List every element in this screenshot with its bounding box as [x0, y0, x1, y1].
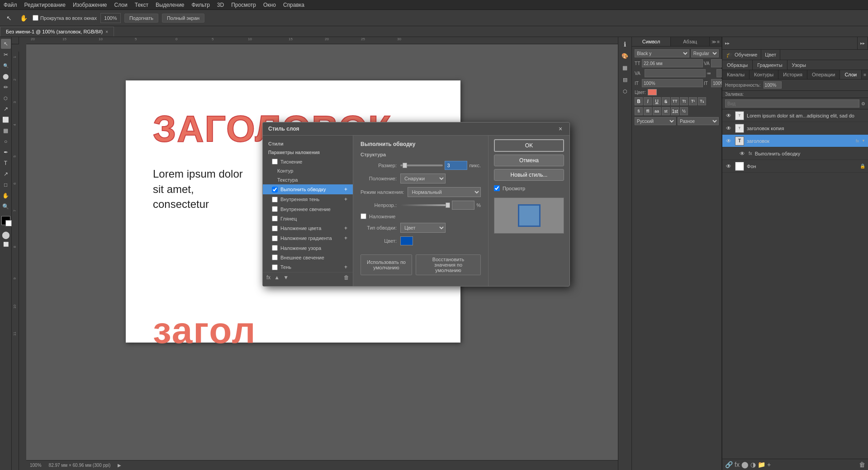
- history-brush[interactable]: ↗: [1, 104, 11, 114]
- new-style-button[interactable]: Новый стиль...: [494, 169, 564, 181]
- vertical-scale-input[interactable]: [642, 79, 703, 87]
- shape-tool[interactable]: □: [1, 180, 11, 190]
- layer-visibility-kopiya[interactable]: 👁: [725, 125, 732, 132]
- pen-tool[interactable]: ✒: [1, 147, 11, 157]
- sup-st-button[interactable]: 1st: [671, 107, 679, 115]
- language-select[interactable]: Русский: [635, 117, 676, 125]
- half-button[interactable]: ½: [680, 107, 688, 115]
- path-select-tool[interactable]: ↗: [1, 169, 11, 179]
- char-panel-expand[interactable]: ≫: [711, 39, 716, 44]
- underline-button[interactable]: U: [653, 97, 661, 105]
- antialiasing-select[interactable]: Разное: [678, 117, 719, 125]
- menu-file[interactable]: Файл: [4, 2, 17, 8]
- symbol-tab[interactable]: Символ: [632, 37, 671, 46]
- swatches-icon[interactable]: ▦: [620, 62, 631, 73]
- color-panel-icon[interactable]: 🎨: [620, 51, 631, 61]
- brush-tool[interactable]: ✏: [1, 82, 11, 92]
- opacity-input-dialog[interactable]: 100: [452, 201, 474, 210]
- stroke-checkbox[interactable]: [272, 187, 278, 193]
- position-select[interactable]: Снаружи: [400, 174, 446, 183]
- fullscreen-button[interactable]: Полный экран: [162, 14, 204, 23]
- layer-delete-icon[interactable]: 🗑: [859, 461, 865, 468]
- scroll-all-windows-checkbox[interactable]: [33, 15, 38, 21]
- menu-window[interactable]: Окно: [263, 2, 276, 8]
- color-overlay-checkbox[interactable]: [272, 226, 278, 231]
- aa-button[interactable]: aa: [653, 107, 661, 115]
- fx-up-icon[interactable]: ▲: [274, 274, 280, 281]
- select-tool[interactable]: ↖: [1, 39, 11, 49]
- gradients-header[interactable]: Градиенты: [753, 60, 787, 70]
- channels-tab[interactable]: Каналы: [722, 70, 749, 79]
- shadow-add-icon[interactable]: +: [344, 264, 347, 270]
- restore-default-button[interactable]: Восстановить значения по умолчанию: [416, 254, 481, 275]
- foreground-color[interactable]: [1, 216, 10, 225]
- smallcaps-button[interactable]: Tt: [680, 97, 688, 105]
- menu-select[interactable]: Выделение: [156, 2, 185, 8]
- style-stroke[interactable]: Выполнить обводку +: [263, 184, 353, 194]
- quick-mask-tool[interactable]: ⬤: [2, 230, 10, 239]
- menu-layers[interactable]: Слои: [114, 2, 128, 8]
- fx-icon[interactable]: fx: [266, 274, 270, 281]
- gradient-icon[interactable]: ▤: [620, 74, 631, 85]
- dialog-close-button[interactable]: ×: [557, 125, 564, 132]
- top-panel-expand2[interactable]: ▸▸: [858, 41, 868, 46]
- layer-visibility-bg[interactable]: 👁: [725, 163, 732, 170]
- layer-link-icon[interactable]: 🔗: [725, 461, 733, 468]
- menu-edit[interactable]: Редактирование: [24, 2, 66, 8]
- preview-checkbox[interactable]: [494, 185, 500, 191]
- menu-3d[interactable]: 3D: [217, 2, 224, 8]
- move-tool-icon[interactable]: ↖: [4, 13, 14, 24]
- color-overlay-add-icon[interactable]: +: [344, 225, 347, 231]
- shadow-checkbox[interactable]: [272, 264, 278, 270]
- swatches-header[interactable]: Образцы: [722, 60, 753, 70]
- color-panel-header[interactable]: Цвет: [761, 50, 780, 60]
- layers-tab[interactable]: Слои: [840, 70, 862, 79]
- style-shadow[interactable]: Тень +: [263, 262, 353, 272]
- layers-filter-icon[interactable]: ⚙: [861, 101, 865, 106]
- inner-shadow-checkbox[interactable]: [272, 197, 278, 202]
- fit-button[interactable]: Подогнать: [124, 14, 158, 23]
- opacity-slider-thumb[interactable]: [446, 202, 450, 208]
- kerning-input[interactable]: [645, 69, 706, 77]
- bold-button[interactable]: B: [635, 97, 643, 105]
- paths-tab[interactable]: Контуры: [749, 70, 778, 79]
- char-panel-menu[interactable]: ≡: [717, 39, 720, 44]
- style-outer-glow[interactable]: Внешнее свечение: [263, 253, 353, 262]
- paragraph-tab[interactable]: Абзац: [671, 37, 710, 46]
- layer-new-icon[interactable]: +: [767, 461, 771, 468]
- layer-visibility-stroke[interactable]: 👁: [739, 150, 746, 157]
- learn-panel-header[interactable]: 🎓 Обучение: [722, 50, 761, 60]
- size-slider-thumb[interactable]: [403, 163, 407, 168]
- pattern-overlay-checkbox[interactable]: [272, 245, 278, 251]
- cancel-button[interactable]: Отмена: [494, 155, 564, 166]
- menu-filter[interactable]: Фильтр: [192, 2, 210, 8]
- satin-checkbox[interactable]: [272, 216, 278, 221]
- style-gradient-overlay[interactable]: Наложение градиента +: [263, 233, 353, 243]
- style-tesnenie[interactable]: Тиснение: [263, 157, 353, 166]
- font-style-select[interactable]: Regular: [691, 49, 719, 57]
- menu-image[interactable]: Изображение: [73, 2, 107, 8]
- outer-glow-checkbox[interactable]: [272, 254, 278, 260]
- zoom-input[interactable]: 100%: [100, 13, 121, 23]
- italic-button[interactable]: I: [644, 97, 652, 105]
- menu-text[interactable]: Текст: [135, 2, 148, 8]
- size-input[interactable]: [445, 161, 467, 170]
- gradient-overlay-add-icon[interactable]: +: [344, 235, 347, 241]
- opacity-slider[interactable]: [400, 204, 450, 206]
- layer-group-icon[interactable]: 📁: [758, 461, 765, 468]
- ord-button[interactable]: st: [662, 107, 670, 115]
- crop-tool[interactable]: ✂: [1, 50, 11, 60]
- patterns-header[interactable]: Узоры: [787, 60, 811, 70]
- tab-close-icon[interactable]: ×: [105, 29, 108, 34]
- color-swatch-dialog[interactable]: [400, 236, 413, 245]
- info-icon[interactable]: ℹ: [620, 39, 631, 50]
- strikethrough-button[interactable]: S̶: [662, 97, 670, 105]
- gradient-tool[interactable]: ▦: [1, 126, 11, 136]
- layers-panel-menu[interactable]: ≡: [862, 72, 868, 77]
- layers-search-input[interactable]: [725, 99, 859, 108]
- dodge-tool[interactable]: ○: [1, 136, 11, 146]
- menu-help[interactable]: Справка: [283, 2, 304, 8]
- actions-tab[interactable]: Операции: [807, 70, 840, 79]
- hand-tool-side[interactable]: ✋: [1, 191, 11, 201]
- allcaps-button[interactable]: TT: [671, 97, 679, 105]
